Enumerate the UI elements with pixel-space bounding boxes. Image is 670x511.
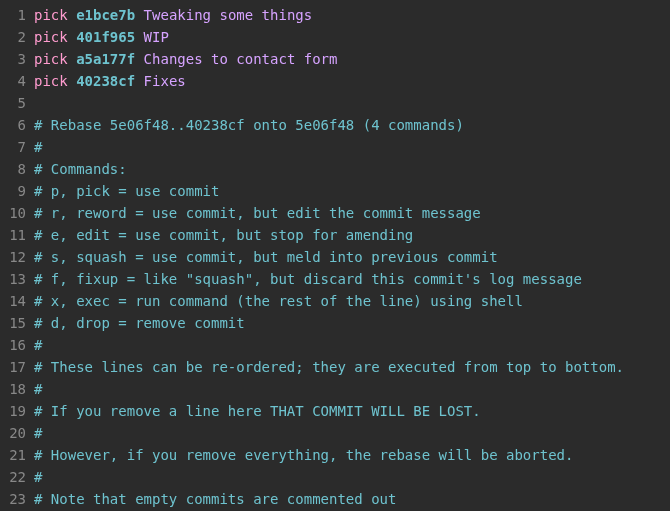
code-line[interactable]: 15# d, drop = remove commit <box>0 312 670 334</box>
code-line[interactable]: 10# r, reword = use commit, but edit the… <box>0 202 670 224</box>
line-content[interactable]: pick e1bce7b Tweaking some things <box>28 4 312 26</box>
line-content[interactable]: # f, fixup = like "squash", but discard … <box>28 268 582 290</box>
line-content[interactable]: # <box>28 422 42 444</box>
line-number: 4 <box>0 70 28 92</box>
token-hash: a5a177f <box>76 51 135 67</box>
line-content[interactable]: pick a5a177f Changes to contact form <box>28 48 337 70</box>
token-hash: e1bce7b <box>76 7 135 23</box>
line-content[interactable]: pick 40238cf Fixes <box>28 70 186 92</box>
code-line[interactable]: 21# However, if you remove everything, t… <box>0 444 670 466</box>
token-cmd: pick <box>34 29 68 45</box>
code-line[interactable]: 2pick 401f965 WIP <box>0 26 670 48</box>
code-line[interactable]: 1pick e1bce7b Tweaking some things <box>0 4 670 26</box>
code-line[interactable]: 16# <box>0 334 670 356</box>
token-comment: # f, fixup = like "squash", but discard … <box>34 271 582 287</box>
line-content[interactable]: # <box>28 334 42 356</box>
line-number: 12 <box>0 246 28 268</box>
code-line[interactable]: 22# <box>0 466 670 488</box>
token-plain <box>135 51 143 67</box>
line-number: 21 <box>0 444 28 466</box>
line-number: 8 <box>0 158 28 180</box>
token-comment: # These lines can be re-ordered; they ar… <box>34 359 624 375</box>
line-content[interactable]: # d, drop = remove commit <box>28 312 245 334</box>
code-line[interactable]: 11# e, edit = use commit, but stop for a… <box>0 224 670 246</box>
token-comment: # e, edit = use commit, but stop for ame… <box>34 227 413 243</box>
code-line[interactable]: 5 <box>0 92 670 114</box>
line-number: 11 <box>0 224 28 246</box>
token-msg: Fixes <box>144 73 186 89</box>
token-plain <box>68 29 76 45</box>
code-line[interactable]: 4pick 40238cf Fixes <box>0 70 670 92</box>
code-line[interactable]: 23# Note that empty commits are commente… <box>0 488 670 510</box>
token-hash: 401f965 <box>76 29 135 45</box>
token-comment: # <box>34 381 42 397</box>
token-msg: Changes to contact form <box>144 51 338 67</box>
token-msg: WIP <box>144 29 169 45</box>
code-line[interactable]: 9# p, pick = use commit <box>0 180 670 202</box>
line-number: 6 <box>0 114 28 136</box>
line-content[interactable]: # r, reword = use commit, but edit the c… <box>28 202 481 224</box>
token-plain <box>68 7 76 23</box>
line-number: 22 <box>0 466 28 488</box>
token-hash: 40238cf <box>76 73 135 89</box>
token-plain <box>135 73 143 89</box>
code-line[interactable]: 13# f, fixup = like "squash", but discar… <box>0 268 670 290</box>
line-content[interactable]: # s, squash = use commit, but meld into … <box>28 246 498 268</box>
line-content[interactable]: # e, edit = use commit, but stop for ame… <box>28 224 413 246</box>
code-line[interactable]: 12# s, squash = use commit, but meld int… <box>0 246 670 268</box>
token-comment: # <box>34 139 42 155</box>
code-line[interactable]: 7# <box>0 136 670 158</box>
code-editor[interactable]: 1pick e1bce7b Tweaking some things2pick … <box>0 4 670 510</box>
line-number: 15 <box>0 312 28 334</box>
line-number: 19 <box>0 400 28 422</box>
line-content[interactable]: # <box>28 466 42 488</box>
token-comment: # Commands: <box>34 161 127 177</box>
token-plain <box>135 7 143 23</box>
token-comment: # s, squash = use commit, but meld into … <box>34 249 498 265</box>
token-plain <box>68 51 76 67</box>
line-content[interactable]: pick 401f965 WIP <box>28 26 169 48</box>
line-content[interactable]: # <box>28 136 42 158</box>
token-plain <box>135 29 143 45</box>
token-cmd: pick <box>34 7 68 23</box>
line-number: 9 <box>0 180 28 202</box>
token-comment: # p, pick = use commit <box>34 183 219 199</box>
token-cmd: pick <box>34 73 68 89</box>
line-number: 5 <box>0 92 28 114</box>
token-cmd: pick <box>34 51 68 67</box>
line-number: 3 <box>0 48 28 70</box>
line-content[interactable]: # Rebase 5e06f48..40238cf onto 5e06f48 (… <box>28 114 464 136</box>
line-content[interactable]: # If you remove a line here THAT COMMIT … <box>28 400 481 422</box>
token-plain <box>68 73 76 89</box>
line-number: 1 <box>0 4 28 26</box>
line-number: 18 <box>0 378 28 400</box>
line-number: 20 <box>0 422 28 444</box>
line-content[interactable]: # Note that empty commits are commented … <box>28 488 396 510</box>
code-line[interactable]: 17# These lines can be re-ordered; they … <box>0 356 670 378</box>
code-line[interactable]: 19# If you remove a line here THAT COMMI… <box>0 400 670 422</box>
line-content[interactable]: # x, exec = run command (the rest of the… <box>28 290 523 312</box>
line-number: 13 <box>0 268 28 290</box>
token-comment: # d, drop = remove commit <box>34 315 245 331</box>
token-comment: # <box>34 337 42 353</box>
line-content[interactable]: # However, if you remove everything, the… <box>28 444 573 466</box>
token-comment: # x, exec = run command (the rest of the… <box>34 293 523 309</box>
line-number: 7 <box>0 136 28 158</box>
code-line[interactable]: 20# <box>0 422 670 444</box>
code-line[interactable]: 8# Commands: <box>0 158 670 180</box>
code-line[interactable]: 6# Rebase 5e06f48..40238cf onto 5e06f48 … <box>0 114 670 136</box>
code-line[interactable]: 18# <box>0 378 670 400</box>
line-content[interactable]: # These lines can be re-ordered; they ar… <box>28 356 624 378</box>
line-number: 2 <box>0 26 28 48</box>
line-number: 17 <box>0 356 28 378</box>
token-comment: # Rebase 5e06f48..40238cf onto 5e06f48 (… <box>34 117 464 133</box>
line-content[interactable]: # <box>28 378 42 400</box>
line-content[interactable]: # p, pick = use commit <box>28 180 219 202</box>
line-content[interactable] <box>28 92 42 114</box>
code-line[interactable]: 14# x, exec = run command (the rest of t… <box>0 290 670 312</box>
line-content[interactable]: # Commands: <box>28 158 127 180</box>
token-comment: # However, if you remove everything, the… <box>34 447 573 463</box>
line-number: 14 <box>0 290 28 312</box>
token-comment: # <box>34 425 42 441</box>
code-line[interactable]: 3pick a5a177f Changes to contact form <box>0 48 670 70</box>
